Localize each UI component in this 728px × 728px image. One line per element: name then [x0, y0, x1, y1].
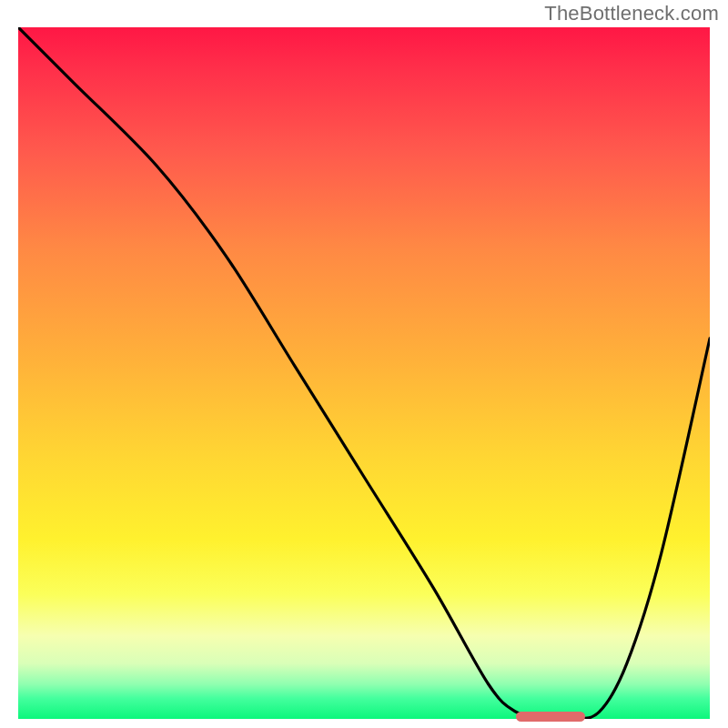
- chart-container: TheBottleneck.com: [0, 0, 728, 728]
- plot-area: [18, 27, 710, 719]
- curve-svg: [18, 27, 710, 719]
- curve-line: [18, 27, 710, 719]
- watermark-text: TheBottleneck.com: [544, 2, 719, 25]
- valley-marker: [516, 712, 585, 722]
